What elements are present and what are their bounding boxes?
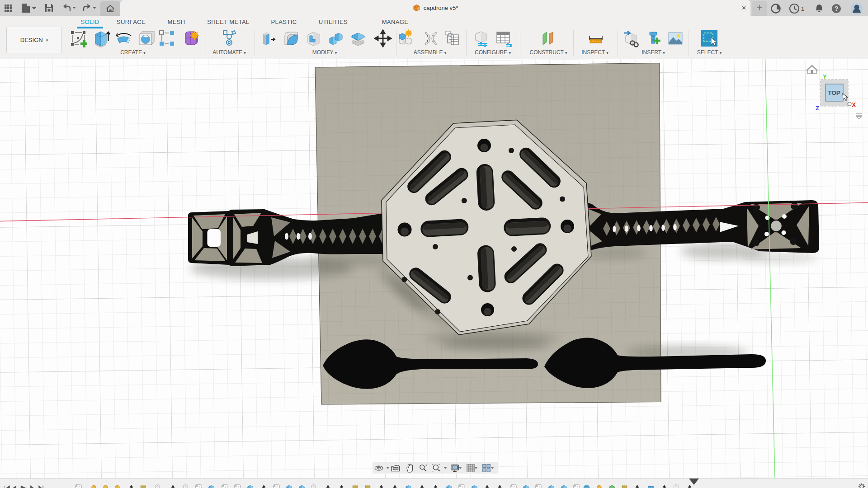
svg-text:1: 1 (801, 5, 804, 12)
svg-text:?: ? (835, 5, 839, 12)
svg-text:Z: Z (816, 105, 819, 112)
svg-text:X: X (852, 101, 856, 108)
svg-text:TOP: TOP (828, 89, 840, 96)
svg-text:Y: Y (823, 73, 827, 80)
